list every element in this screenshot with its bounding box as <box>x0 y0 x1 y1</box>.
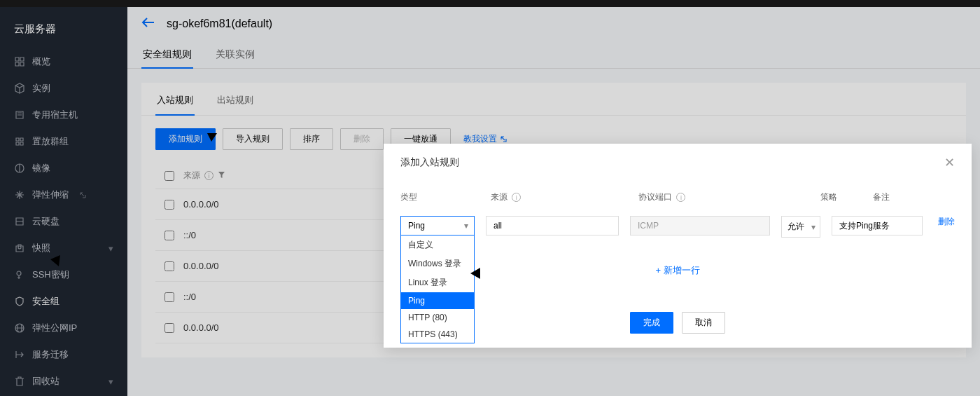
cancel-button[interactable]: 取消 <box>682 312 725 334</box>
header-policy: 策略 <box>820 191 862 203</box>
add-rule-modal: 添加入站规则 ✕ 类型 来源 i 协议端口 i 策略 备注 Ping 自定义Wi… <box>384 144 972 348</box>
dropdown-option-2[interactable]: Linux 登录 <box>401 273 474 292</box>
policy-select[interactable]: 允许 <box>781 216 820 238</box>
delete-row-link[interactable]: 删除 <box>938 216 955 228</box>
protocol-input <box>630 216 770 235</box>
dropdown-option-1[interactable]: Windows 登录 <box>401 254 474 273</box>
type-select-wrapper: Ping 自定义Windows 登录Linux 登录PingHTTP (80)H… <box>400 216 475 235</box>
type-dropdown: 自定义Windows 登录Linux 登录PingHTTP (80)HTTPS … <box>400 235 475 343</box>
modal-title: 添加入站规则 <box>400 156 459 169</box>
source-input[interactable] <box>486 216 619 235</box>
header-protocol-label: 协议端口 <box>638 191 672 203</box>
confirm-button[interactable]: 完成 <box>630 312 673 334</box>
modal-header: 添加入站规则 ✕ <box>384 144 972 182</box>
dropdown-option-3[interactable]: Ping <box>401 292 474 309</box>
dropdown-option-5[interactable]: HTTPS (443) <box>401 326 474 343</box>
header-type: 类型 <box>400 191 479 203</box>
add-row-link[interactable]: + 新增一行 <box>655 265 699 275</box>
header-remark: 备注 <box>873 191 955 203</box>
type-select[interactable]: Ping <box>400 216 475 235</box>
header-source-label: 来源 <box>491 191 507 203</box>
add-row-section: + 新增一行 <box>400 243 955 284</box>
info-icon[interactable]: i <box>676 193 685 202</box>
rule-form-row: Ping 自定义Windows 登录Linux 登录PingHTTP (80)H… <box>400 210 955 243</box>
dropdown-option-4[interactable]: HTTP (80) <box>401 309 474 326</box>
form-header: 类型 来源 i 协议端口 i 策略 备注 <box>400 182 955 210</box>
modal-body: 类型 来源 i 协议端口 i 策略 备注 Ping 自定义Windows 登录L… <box>384 182 972 298</box>
close-icon[interactable]: ✕ <box>944 155 955 170</box>
info-icon[interactable]: i <box>512 193 521 202</box>
header-source: 来源 i <box>491 191 627 203</box>
dropdown-option-0[interactable]: 自定义 <box>401 235 474 254</box>
remark-input[interactable] <box>832 216 923 235</box>
header-protocol: 协议端口 i <box>638 191 809 203</box>
